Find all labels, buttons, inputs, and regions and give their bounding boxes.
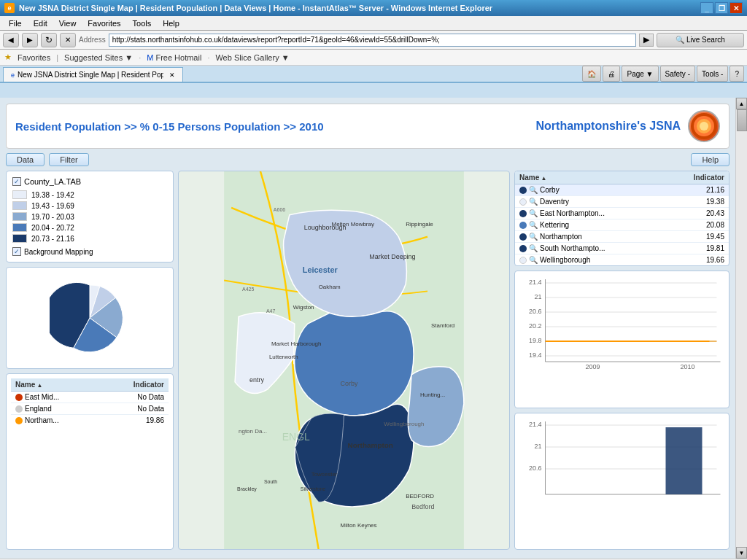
menu-file[interactable]: File: [3, 18, 28, 29]
refresh-button[interactable]: ↻: [41, 33, 57, 47]
svg-text:21.4: 21.4: [529, 279, 542, 286]
legend-title: ✓ County_LA.TAB: [12, 177, 167, 186]
scroll-down[interactable]: ▼: [736, 547, 747, 559]
indicator-header: Indicator: [678, 171, 729, 184]
line-chart-panel: 21.4 21 20.6 20.2 19.8 19.4: [514, 271, 729, 408]
layer-checkbox[interactable]: ✓: [12, 177, 21, 186]
mag-1[interactable]: 🔍: [529, 198, 538, 206]
name-cell-4: 🔍 Northampton: [515, 231, 678, 242]
live-search[interactable]: 🔍 Live Search: [657, 33, 744, 47]
comp-row-1: England No Data: [11, 403, 169, 415]
mag-3[interactable]: 🔍: [529, 221, 538, 229]
help-btn[interactable]: ?: [729, 66, 744, 82]
web-slice-gallery[interactable]: Web Slice Gallery ▼: [215, 53, 289, 62]
page-btn[interactable]: Page ▼: [622, 66, 658, 82]
comp-name-header[interactable]: Name: [11, 378, 117, 391]
mag-6[interactable]: 🔍: [529, 256, 538, 264]
pie-chart-panel: [6, 267, 174, 369]
help-button[interactable]: Help: [691, 153, 729, 166]
address-input[interactable]: [109, 34, 636, 47]
comp-name-2: Northam...: [11, 415, 117, 426]
menu-tools[interactable]: Tools: [127, 18, 158, 29]
svg-text:Corby: Corby: [341, 380, 358, 387]
scroll-thumb[interactable]: [737, 109, 747, 131]
table-row-1[interactable]: 🔍 Daventry 19.38: [515, 196, 729, 208]
bg-mapping-checkbox[interactable]: ✓: [12, 247, 21, 256]
svg-text:Hunting...: Hunting...: [420, 392, 445, 398]
svg-text:A47: A47: [266, 308, 276, 314]
comp-row-2: Northam... 19.86: [11, 415, 169, 426]
name-cell-1: 🔍 Daventry: [515, 196, 678, 207]
stop-button[interactable]: ✕: [60, 33, 76, 47]
home-btn[interactable]: 🏠: [582, 66, 601, 82]
scroll-up[interactable]: ▲: [736, 98, 747, 109]
table-row-3[interactable]: 🔍 Kettering 20.08: [515, 219, 729, 231]
filter-button[interactable]: Filter: [49, 153, 88, 166]
comp-dot-1: [15, 405, 23, 413]
comp-name-1: England: [11, 403, 117, 414]
svg-text:Stamford: Stamford: [431, 322, 454, 329]
data-table: Name Indicator 🔍 Corby 21.16: [514, 171, 729, 266]
svg-text:entry: entry: [249, 376, 264, 384]
svg-text:ENGL: ENGL: [282, 431, 310, 443]
tools-btn[interactable]: Tools -: [697, 66, 728, 82]
favorites-bar: ★ Favorites | Suggested Sites ▼ · M Free…: [0, 50, 747, 66]
mag-2[interactable]: 🔍: [529, 209, 538, 217]
tab-close[interactable]: ✕: [169, 71, 175, 79]
name-header[interactable]: Name: [515, 171, 678, 184]
table-row-0[interactable]: 🔍 Corby 21.16: [515, 184, 729, 196]
row-name-5: South Northampto...: [540, 244, 605, 252]
svg-text:Wellingborough: Wellingborough: [384, 421, 424, 427]
scrollbar[interactable]: ▲ ▼: [735, 98, 747, 559]
close-button[interactable]: ✕: [729, 2, 743, 14]
window-controls[interactable]: _ ❐ ✕: [700, 2, 743, 14]
name-cell-6: 🔍 Wellingborough: [515, 254, 678, 265]
scroll-track[interactable]: [736, 109, 747, 547]
svg-text:Market Harborough: Market Harborough: [271, 341, 322, 347]
go-button[interactable]: ▶: [639, 34, 654, 47]
comparison-table-header: Name Indicator: [11, 378, 169, 392]
minimize-button[interactable]: _: [700, 2, 713, 14]
dot-2: [519, 210, 527, 217]
svg-text:BEDFORD: BEDFORD: [406, 493, 434, 499]
free-hotmail[interactable]: M Free Hotmail: [147, 53, 201, 62]
mag-5[interactable]: 🔍: [529, 244, 538, 252]
name-cell-5: 🔍 South Northampto...: [515, 243, 678, 254]
menu-bar: File Edit View Favorites Tools Help: [0, 16, 747, 31]
menu-edit[interactable]: Edit: [28, 18, 53, 29]
forward-button[interactable]: ▶: [22, 33, 38, 47]
browser-content: Resident Population >> % 0-15 Persons Po…: [0, 98, 747, 559]
svg-text:21: 21: [534, 443, 541, 450]
svg-text:Silverstone: Silverstone: [301, 486, 326, 491]
data-button[interactable]: Data: [6, 153, 44, 166]
legend-color-3: [12, 223, 27, 232]
svg-text:Oakham: Oakham: [319, 284, 341, 290]
table-row-2[interactable]: 🔍 East Northampton... 20.43: [515, 208, 729, 219]
table-row-6[interactable]: 🔍 Wellingborough 19.66: [515, 254, 729, 265]
mag-4[interactable]: 🔍: [529, 233, 538, 241]
back-button[interactable]: ◀: [3, 33, 19, 47]
app-title: Resident Population >> % 0-15 Persons Po…: [15, 120, 324, 133]
svg-text:20.6: 20.6: [529, 464, 542, 472]
legend-color-4: [12, 234, 27, 243]
restore-button[interactable]: ❐: [715, 2, 728, 14]
print-btn[interactable]: 🖨: [603, 66, 620, 82]
table-row-4[interactable]: 🔍 Northampton 19.45: [515, 231, 729, 243]
table-row-5[interactable]: 🔍 South Northampto... 19.81: [515, 243, 729, 254]
menu-help[interactable]: Help: [157, 18, 185, 29]
active-tab[interactable]: e New JSNA District Single Map | Residen…: [3, 67, 183, 82]
comparison-table: Name Indicator East Mid... No Data: [6, 373, 174, 550]
window-title: New JSNA District Single Map | Resident …: [19, 4, 492, 12]
suggested-sites[interactable]: Suggested Sites ▼: [64, 53, 133, 62]
mag-0[interactable]: 🔍: [529, 186, 538, 194]
favorites-button[interactable]: Favorites: [18, 53, 50, 62]
name-cell-3: 🔍 Kettering: [515, 219, 678, 230]
page-wrapper: Resident Population >> % 0-15 Persons Po…: [0, 98, 747, 559]
menu-view[interactable]: View: [53, 18, 82, 29]
row-name-4: Northampton: [540, 233, 582, 241]
map-panel[interactable]: Loughborough Melton Mowbray Rippingale M…: [178, 171, 510, 550]
safety-btn[interactable]: Safety -: [660, 66, 695, 82]
menu-favorites[interactable]: Favorites: [82, 18, 126, 29]
background-mapping-row: ✓ Background Mapping: [12, 247, 167, 256]
name-cell-2: 🔍 East Northampton...: [515, 208, 678, 219]
